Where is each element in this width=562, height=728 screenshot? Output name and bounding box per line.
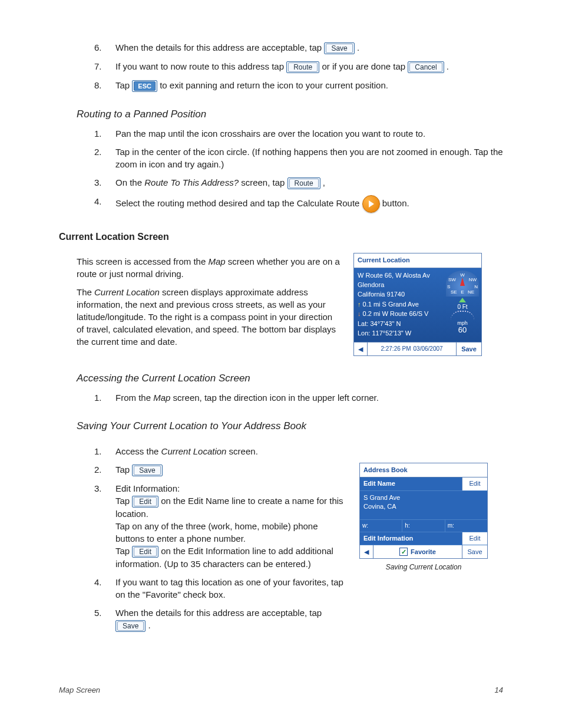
step-number: 7.: [94, 60, 115, 73]
step-text: Edit Information: Tap Edit on the Edit N…: [115, 482, 348, 570]
step-text: Tap ESC to exit panning and return the i…: [115, 79, 503, 92]
save-button[interactable]: Save: [324, 42, 354, 54]
route-button[interactable]: Route: [286, 61, 319, 73]
step-text: Tap Save: [115, 463, 348, 476]
edit-info-label: Edit Information: [360, 532, 462, 545]
steps-d: 1. Access the Current Location screen. 2…: [94, 445, 348, 632]
paragraph: This screen is accessed from the Map scr…: [77, 255, 342, 280]
screenshot-title: Current Location: [354, 253, 481, 268]
edit-button[interactable]: Edit: [462, 532, 487, 545]
steps-a: 6. When the details for this address are…: [94, 41, 503, 92]
step-number: 6.: [94, 41, 115, 54]
step-number: 3.: [94, 176, 115, 189]
page-number: 14: [495, 685, 503, 696]
step-text: If you want to tag this location as one …: [115, 576, 348, 601]
paragraph: The Current Location screen displays app…: [77, 286, 342, 348]
screenshot-caption: Saving Current Location: [359, 562, 488, 572]
cancel-button[interactable]: Cancel: [408, 61, 444, 73]
elevation-icon: [459, 298, 466, 302]
longitude: Lon: 117°52'13" W: [358, 329, 445, 338]
save-button[interactable]: Save: [462, 545, 487, 558]
step-number: 5.: [94, 607, 115, 632]
speed-display: mph 60: [446, 311, 479, 334]
step-number: 8.: [94, 79, 115, 92]
step-text: Access the Current Location screen.: [115, 445, 348, 457]
latitude: Lat: 34°7'43" N: [358, 319, 445, 328]
back-button[interactable]: ◀: [360, 545, 373, 558]
gauge-icon: [451, 311, 474, 320]
step-text: Tap in the center of the icon circle. (I…: [115, 146, 503, 170]
steps-b: 1. Pan the map until the icon crosshairs…: [94, 127, 503, 213]
compass-icon: W SW NW S N SE NE E: [446, 271, 479, 297]
check-icon: ✓: [399, 548, 408, 556]
calculate-route-icon[interactable]: [362, 195, 380, 213]
home-phone-field[interactable]: h:: [402, 520, 445, 532]
current-location-screenshot: Current Location W Route 66, W Alosta Av…: [353, 253, 482, 356]
address-display: S Grand Ave Covina, CA: [360, 491, 487, 520]
edit-button[interactable]: Edit: [462, 477, 487, 490]
step-number: 2.: [94, 463, 115, 476]
esc-button[interactable]: ESC: [132, 80, 157, 92]
step-number: 4.: [94, 576, 115, 601]
address-line: California 91740: [358, 290, 445, 299]
section-heading: Current Location Screen: [59, 230, 503, 243]
prev-street: ↓ 0.2 mi W Route 66/S V: [358, 309, 445, 318]
save-button[interactable]: Save: [132, 465, 162, 476]
favorite-checkbox[interactable]: ✓ Favorite: [373, 545, 462, 558]
next-street: ↑ 0.1 mi S Grand Ave: [358, 300, 445, 309]
subheading: Saving Your Current Location to Your Add…: [77, 419, 503, 433]
step-text: From the Map screen, tap the direction i…: [115, 391, 503, 404]
subheading: Routing to a Panned Position: [77, 107, 503, 121]
work-phone-field[interactable]: w:: [360, 520, 402, 532]
footer-section: Map Screen: [59, 685, 100, 696]
step-number: 1.: [94, 391, 115, 404]
time-date-display: 2:27:26 PM03/06/2007: [368, 342, 456, 355]
step-text: Pan the map until the icon crosshairs ar…: [115, 127, 503, 140]
subheading: Accessing the Current Location Screen: [77, 371, 503, 386]
step-text: Select the routing method desired and ta…: [115, 195, 503, 213]
page-footer: Map Screen 14: [59, 685, 503, 696]
step-text: When the details for this address are ac…: [115, 607, 348, 632]
step-number: 3.: [94, 482, 115, 570]
step-number: 1.: [94, 445, 115, 457]
step-text: When the details for this address are ac…: [115, 41, 503, 54]
steps-c: 1. From the Map screen, tap the directio…: [94, 391, 503, 404]
address-book-screenshot: Address Book Edit Name Edit S Grand Ave …: [359, 463, 488, 559]
edit-button[interactable]: Edit: [132, 496, 158, 508]
elevation-display: 0 Ft: [446, 298, 479, 311]
address-line: Glendora: [358, 281, 445, 289]
route-button[interactable]: Route: [287, 177, 320, 189]
edit-button[interactable]: Edit: [132, 546, 158, 558]
step-number: 2.: [94, 146, 115, 170]
mobile-phone-field[interactable]: m:: [445, 520, 487, 532]
step-text: On the Route To This Address? screen, ta…: [115, 176, 503, 189]
edit-name-label: Edit Name: [360, 477, 462, 490]
back-button[interactable]: ◀: [354, 342, 368, 355]
step-number: 4.: [94, 195, 115, 213]
step-text: If you want to now route to this address…: [115, 60, 503, 73]
address-line: W Route 66, W Alosta Av: [358, 271, 445, 280]
step-number: 1.: [94, 127, 115, 140]
screenshot-title: Address Book: [360, 463, 487, 477]
save-button[interactable]: Save: [115, 620, 146, 632]
save-button[interactable]: Save: [456, 342, 481, 355]
